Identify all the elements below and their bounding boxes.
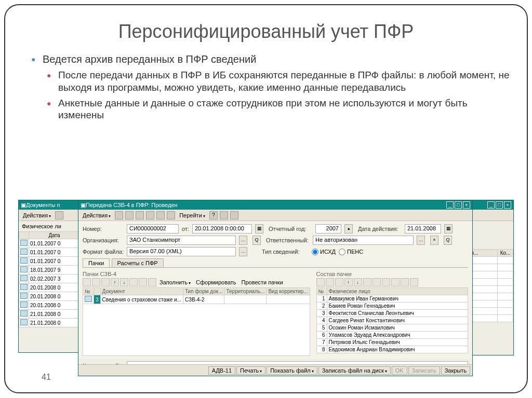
- table-row[interactable]: 6Уламасов Эдуард Александрович: [316, 332, 468, 339]
- minimize-icon[interactable]: _: [487, 201, 495, 209]
- pack-type: СЗВ-4-2: [183, 295, 224, 304]
- toolbar-icon[interactable]: [230, 211, 238, 219]
- type-iskh-radio[interactable]: [312, 249, 318, 255]
- type-pens-label: ПЕНС: [347, 249, 363, 255]
- table-row: 3 Сведения о страховом стаже и... СЗВ-4-…: [83, 295, 310, 304]
- edit-icon[interactable]: [335, 278, 343, 286]
- search-icon[interactable]: Q: [252, 236, 261, 245]
- packs-table[interactable]: №ДокументТип форм док...Территориаль...В…: [83, 287, 310, 356]
- sort-icon[interactable]: [373, 278, 381, 286]
- actions-menu[interactable]: Действия: [81, 212, 113, 219]
- add-icon[interactable]: [83, 278, 91, 286]
- maximize-icon[interactable]: □: [455, 201, 462, 209]
- sort-icon[interactable]: [129, 278, 138, 286]
- down-icon[interactable]: ↓: [120, 278, 128, 286]
- toolbar-icon[interactable]: [391, 278, 400, 286]
- list-item[interactable]: 01.01.2007 0: [19, 257, 80, 266]
- table-row[interactable]: 5Осокин Роман Исмаилович: [316, 324, 468, 332]
- org-label: Организация:: [83, 237, 127, 243]
- year-field[interactable]: 2007: [315, 224, 341, 234]
- fill-button[interactable]: Заполнить: [157, 279, 193, 285]
- documents-table[interactable]: Дата 01.01.2007 001.01.2007 001.01.2007 …: [19, 231, 80, 327]
- bullet-1-1: После передачи данных в ПФР в ИБ сохраня…: [47, 69, 511, 94]
- select-icon[interactable]: …: [417, 236, 425, 245]
- save-to-disk-button[interactable]: Записать файл на диск: [318, 366, 391, 375]
- list-item[interactable]: 01.01.2007 0: [19, 248, 80, 257]
- toolbar-icon[interactable]: [55, 211, 63, 219]
- table-row[interactable]: 1Аввакумов Иван Германович: [316, 295, 468, 303]
- up-icon[interactable]: ↑: [344, 278, 353, 286]
- list-item[interactable]: 01.01.2007 0: [19, 239, 80, 248]
- table-row[interactable]: 4Сагдеев Ринат Константинович: [316, 317, 468, 324]
- toolbar-icon[interactable]: [148, 278, 156, 286]
- select-icon[interactable]: …: [239, 236, 247, 245]
- tab-packs[interactable]: Пачки: [83, 258, 110, 267]
- close-icon[interactable]: ×: [504, 201, 511, 209]
- bullet-1: Ведется архив переданных в ПФР сведений: [31, 53, 511, 66]
- composition-table[interactable]: №Физическое лицо 1Аввакумов Иван Германо…: [316, 287, 468, 353]
- table-row[interactable]: 8Евдокимов Андриан Владимирович: [316, 346, 468, 353]
- sort-icon[interactable]: [363, 278, 371, 286]
- from-field[interactable]: 20.01.2008 0:00:00: [192, 224, 252, 234]
- toolbar-icon[interactable]: [382, 278, 390, 286]
- date-picker-icon[interactable]: ▦: [444, 224, 453, 234]
- list-item[interactable]: 20.01.2008 0: [19, 292, 80, 301]
- toolbar-icon[interactable]: [167, 211, 175, 219]
- list-item[interactable]: 20.01.2008 0: [19, 283, 80, 292]
- toolbar-icon[interactable]: [220, 211, 228, 219]
- table-row[interactable]: 3Феоктистов Станислав Леонтьевич: [316, 310, 468, 317]
- list-item[interactable]: 18.01.2007 9: [19, 266, 80, 275]
- print-button[interactable]: Печать: [236, 366, 265, 375]
- down-icon[interactable]: ↓: [354, 278, 362, 286]
- edit-icon[interactable]: [101, 278, 110, 286]
- search-icon[interactable]: Q: [444, 236, 452, 245]
- main-window-title: Передача СЗВ-4 в ПФР: Проведен: [86, 200, 446, 210]
- actions-menu[interactable]: Действия: [21, 212, 53, 219]
- add-icon[interactable]: [316, 278, 325, 286]
- type-iskh-label: ИСХД: [320, 249, 336, 255]
- toolbar-icon[interactable]: [410, 278, 418, 286]
- delete-icon[interactable]: [92, 278, 100, 286]
- action-date-field[interactable]: 21.01.2008: [405, 224, 441, 234]
- toolbar-icon[interactable]: [125, 211, 134, 219]
- minimize-icon[interactable]: _: [446, 201, 454, 209]
- toolbar-icon[interactable]: [115, 211, 123, 219]
- help-icon[interactable]: ?: [209, 211, 218, 219]
- format-field[interactable]: Версия 07.00 (XML): [127, 247, 236, 256]
- documents-window: ▣ Документы п Действия Физическое ли Дат…: [18, 200, 81, 353]
- resp-field[interactable]: Не авторизован: [313, 236, 414, 245]
- toolbar-icon[interactable]: [146, 211, 154, 219]
- toolbar-icon[interactable]: [136, 211, 144, 219]
- list-item[interactable]: 21.01.2008 0: [19, 310, 80, 319]
- show-file-button[interactable]: Показать файл: [267, 366, 317, 375]
- number-field[interactable]: СИ000000002: [127, 224, 179, 234]
- adv11-button[interactable]: АДВ-11: [208, 366, 235, 375]
- close-icon[interactable]: ×: [463, 201, 470, 209]
- date-picker-icon[interactable]: ▦: [255, 224, 263, 234]
- select-icon[interactable]: …: [239, 247, 247, 256]
- close-button[interactable]: Закрыть: [441, 366, 470, 375]
- conduct-button[interactable]: Провести пачки: [240, 279, 285, 285]
- toolbar-icon[interactable]: [156, 211, 165, 219]
- toolbar-icon[interactable]: [401, 278, 409, 286]
- pack-number: 3: [94, 295, 101, 304]
- sort-icon[interactable]: [139, 278, 147, 286]
- list-item[interactable]: 02.02.2007 3: [19, 275, 80, 283]
- table-row[interactable]: 2Бакиев Роман Геннадьевич: [316, 303, 468, 310]
- delete-icon[interactable]: [326, 278, 334, 286]
- table-row[interactable]: 7Петряков Ильяс Геннадьевич: [316, 339, 468, 346]
- save-button[interactable]: Записать: [408, 366, 440, 375]
- type-pens-radio[interactable]: [339, 249, 345, 255]
- goto-menu[interactable]: Перейти: [177, 212, 207, 219]
- stepper-icon[interactable]: ▴: [344, 224, 353, 234]
- ok-button[interactable]: OK: [392, 366, 407, 375]
- maximize-icon[interactable]: □: [496, 201, 503, 209]
- clear-icon[interactable]: ×: [430, 236, 438, 245]
- up-icon[interactable]: ↑: [111, 278, 119, 286]
- org-field[interactable]: ЗАО Станкоимпорт: [127, 236, 236, 245]
- list-item[interactable]: 20.01.2008 0: [19, 301, 80, 310]
- form-button[interactable]: Сформировать: [194, 279, 238, 285]
- resp-label: Ответственный:: [266, 237, 313, 243]
- list-item[interactable]: 21.01.2008 0: [19, 319, 80, 327]
- tab-calculations[interactable]: Расчеты с ПФР: [112, 258, 164, 267]
